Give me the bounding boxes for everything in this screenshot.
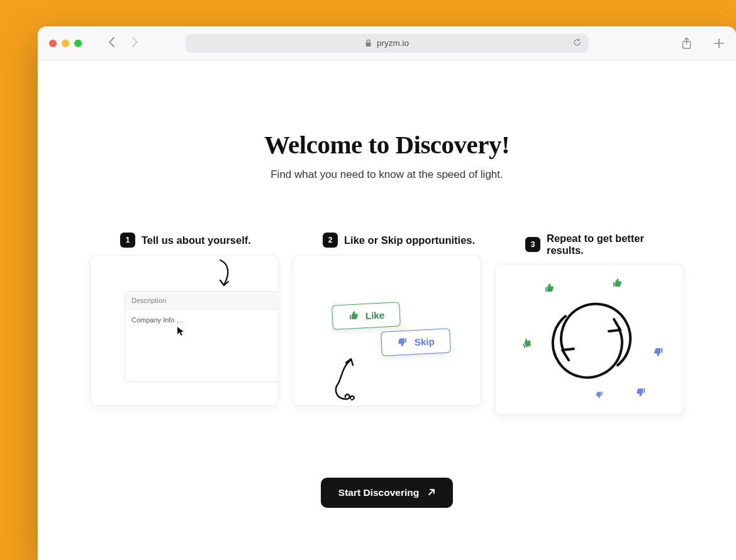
thumbs-up-icon <box>521 338 532 349</box>
step-header: 1 Tell us about yourself. <box>90 233 279 248</box>
thumbs-down-icon <box>396 336 408 350</box>
step-card <box>495 264 684 415</box>
svg-rect-0 <box>365 43 371 47</box>
thumbs-up-icon <box>611 277 623 288</box>
browser-title-bar: pryzm.io <box>38 26 736 60</box>
form-label: Description <box>125 292 279 310</box>
cta-label: Start Discovering <box>338 487 419 498</box>
step-number-badge: 3 <box>525 237 540 252</box>
form-mockup: Description Company Info … <box>125 291 279 382</box>
refresh-cycle-icon <box>544 297 638 388</box>
hand-drawn-arrow-icon <box>328 355 365 406</box>
toolbar-right <box>681 37 725 50</box>
step-number-badge: 1 <box>120 233 135 248</box>
thumbs-down-icon <box>635 387 647 398</box>
new-tab-button[interactable] <box>713 38 725 49</box>
step-title: Tell us about yourself. <box>142 234 251 246</box>
address-bar[interactable]: pryzm.io <box>186 34 588 53</box>
page-content: Welcome to Discovery! Find what you need… <box>38 60 736 508</box>
close-window-button[interactable] <box>49 40 57 47</box>
step-2: 2 Like or Skip opportunities. Like <box>293 233 481 415</box>
step-3: 3 Repeat to get better results. <box>495 233 684 415</box>
step-number-badge: 2 <box>323 233 338 248</box>
page-subtitle: Find what you need to know at the speed … <box>75 168 698 181</box>
arrow-up-right-icon <box>428 487 435 498</box>
reload-button[interactable] <box>572 38 582 49</box>
thumbs-up-icon <box>544 282 555 294</box>
thumbs-down-icon <box>653 346 664 358</box>
step-title: Like or Skip opportunities. <box>344 234 475 246</box>
step-card: Like Skip <box>293 255 481 406</box>
cta-wrap: Start Discovering <box>75 478 698 508</box>
like-button-mock: Like <box>332 302 401 330</box>
maximize-window-button[interactable] <box>74 40 82 47</box>
lock-icon <box>365 39 372 47</box>
cursor-icon <box>177 326 184 338</box>
thumbs-up-icon <box>347 310 359 324</box>
window-controls <box>49 40 82 47</box>
step-1: 1 Tell us about yourself. Description Co… <box>90 233 279 415</box>
form-body: Company Info … <box>125 310 279 382</box>
page-title: Welcome to Discovery! <box>75 129 698 160</box>
step-header: 2 Like or Skip opportunities. <box>293 233 481 248</box>
minimize-window-button[interactable] <box>62 40 69 47</box>
browser-window: pryzm.io Welcome to Discovery! Find what… <box>38 26 736 560</box>
step-card: Description Company Info … <box>90 255 279 406</box>
url-text: pryzm.io <box>377 38 409 48</box>
skip-button-mock: Skip <box>381 328 451 356</box>
start-discovering-button[interactable]: Start Discovering <box>321 478 453 508</box>
back-button[interactable] <box>108 36 116 50</box>
step-header: 3 Repeat to get better results. <box>495 233 684 256</box>
steps-row: 1 Tell us about yourself. Description Co… <box>75 233 698 415</box>
like-label: Like <box>365 309 385 321</box>
share-button[interactable] <box>681 37 692 50</box>
skip-label: Skip <box>415 336 435 348</box>
forward-button[interactable] <box>131 36 138 50</box>
step-title: Repeat to get better results. <box>547 233 684 256</box>
hand-drawn-arrow-icon <box>216 258 235 292</box>
nav-arrows <box>108 36 138 50</box>
thumbs-down-icon <box>595 390 606 402</box>
form-placeholder-text: Company Info … <box>131 316 184 324</box>
